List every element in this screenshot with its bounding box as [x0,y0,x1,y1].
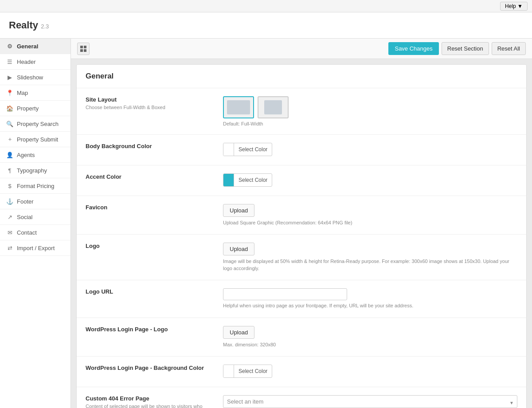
logo-upload-button[interactable]: Upload [223,243,254,255]
sidebar-item-property[interactable]: 🏠 Property [0,101,70,116]
header-buttons: Save Changes Reset Section Reset All [388,42,526,55]
svg-rect-3 [84,49,86,52]
sidebar-item-social[interactable]: ↗ Social [0,209,70,225]
body-bg-swatch [223,143,234,156]
gear-icon: ⚙ [6,43,13,50]
sidebar-label-property: Property [17,105,39,112]
setting-row-wp-login-bg: WordPress Login Page - Background Color … [77,357,526,387]
wp-login-bg-color-label: Select Color [234,365,272,377]
paragraph-icon: ¶ [6,167,13,174]
body-bg-color-button[interactable]: Select Color [223,143,272,156]
sidebar-label-agents: Agents [17,152,35,158]
layout-boxed[interactable] [258,96,289,118]
setting-row-site-layout: Site Layout Choose between Full-Width & … [77,88,526,135]
dollar-icon: $ [6,182,13,189]
grid-icon[interactable] [77,43,90,55]
top-bar: Help ▼ [0,0,532,12]
body-bg-label: Body Background Color [86,143,214,149]
logo-url-label: Logo URL [86,288,214,295]
custom-404-label: Custom 404 Error Page [86,395,214,402]
site-layout-label: Site Layout [86,96,214,103]
sidebar: ⚙ General ☰ Header ▶ Slideshow 📍 Map 🏠 P… [0,39,71,408]
save-changes-button[interactable]: Save Changes [388,42,438,55]
app-title: Realty 2.3 [9,20,49,31]
sidebar-item-map[interactable]: 📍 Map [0,85,70,101]
section-content: General Site Layout Choose between Full-… [76,64,527,408]
plus-icon: ＋ [6,136,13,143]
favicon-upload-button[interactable]: Upload [223,204,254,217]
setting-row-accent-color: Accent Color Select Color [77,165,526,196]
content-area: Save Changes Reset Section Reset All Gen… [71,39,532,408]
sidebar-label-map: Map [17,90,28,96]
svg-rect-2 [80,49,83,52]
svg-rect-1 [84,46,86,48]
logo-label: Logo [86,243,214,249]
sidebar-item-import-export[interactable]: ⇄ Import / Export [0,240,70,256]
anchor-icon: ⚓ [6,198,13,205]
user-icon: 👤 [6,151,13,158]
sidebar-item-property-search[interactable]: 🔍 Property Search [0,116,70,132]
sidebar-item-header[interactable]: ☰ Header [0,54,70,70]
favicon-label: Favicon [86,204,214,211]
setting-row-body-bg: Body Background Color Select Color [77,135,526,165]
sidebar-item-property-submit[interactable]: ＋ Property Submit [0,132,70,147]
sidebar-item-contact[interactable]: ✉ Contact [0,225,70,240]
accent-color-button[interactable]: Select Color [223,173,272,187]
layout-default-text: Default: Full-Width [223,121,517,126]
logo-url-desc: Helpful when using intro page as your fr… [223,302,517,309]
app-header: Realty 2.3 [0,12,532,39]
bars-icon: ☰ [6,58,13,65]
svg-rect-0 [80,46,83,48]
setting-row-wp-login-logo: WordPress Login Page - Logo Upload Max. … [77,318,526,357]
sidebar-item-typography[interactable]: ¶ Typography [0,163,70,178]
sidebar-label-general: General [17,43,38,50]
sidebar-label-property-search: Property Search [17,121,59,127]
body-bg-color-label: Select Color [234,143,272,156]
sidebar-label-header: Header [17,59,36,65]
accent-color-label: Accent Color [86,173,214,180]
favicon-desc: Upload Square Graphic (Recommendation: 6… [223,220,517,226]
main-layout: ⚙ General ☰ Header ▶ Slideshow 📍 Map 🏠 P… [0,39,532,408]
logo-url-input[interactable] [223,288,347,300]
import-icon: ⇄ [6,244,13,251]
sidebar-label-property-submit: Property Submit [17,136,58,143]
setting-row-favicon: Favicon Upload Upload Square Graphic (Re… [77,196,526,235]
app-version: 2.3 [41,23,49,30]
content-header: Save Changes Reset Section Reset All [71,39,532,59]
site-layout-desc: Choose between Full-Width & Boxed [86,104,214,111]
app-container: Realty 2.3 ⚙ General ☰ Header ▶ Slidesho… [0,12,532,408]
custom-404-select-wrapper: Select an item [223,395,517,408]
sidebar-label-contact: Contact [17,229,37,236]
help-button[interactable]: Help ▼ [500,2,528,11]
setting-row-custom-404: Custom 404 Error Page Content of selecte… [77,387,526,408]
wp-login-logo-upload-button[interactable]: Upload [223,326,254,339]
sidebar-label-footer: Footer [17,198,34,205]
sidebar-item-footer[interactable]: ⚓ Footer [0,194,70,209]
sidebar-item-general[interactable]: ⚙ General [0,39,70,54]
wp-login-logo-label: WordPress Login Page - Logo [86,326,214,333]
wp-login-bg-label: WordPress Login Page - Background Color [86,365,214,371]
reset-section-button[interactable]: Reset Section [442,42,489,55]
wp-login-bg-swatch [223,365,234,377]
sidebar-item-slideshow[interactable]: ▶ Slideshow [0,70,70,85]
reset-all-button[interactable]: Reset All [492,42,526,55]
sidebar-label-social: Social [17,214,32,220]
layout-fullwidth[interactable] [223,96,254,118]
sidebar-label-slideshow: Slideshow [17,74,43,81]
sidebar-label-typography: Typography [17,167,47,174]
sidebar-label-import-export: Import / Export [17,245,55,251]
wp-login-bg-button[interactable]: Select Color [223,365,272,378]
setting-row-logo: Logo Upload Image will be displayed at 5… [77,235,526,280]
layout-options [223,96,517,118]
logo-desc: Image will be displayed at 50% width & h… [223,258,517,272]
sidebar-item-agents[interactable]: 👤 Agents [0,147,70,163]
wp-login-logo-desc: Max. dimension: 320x80 [223,341,517,348]
accent-color-swatch [223,174,234,186]
search-icon: 🔍 [6,120,13,127]
site-layout-control: Default: Full-Width [223,96,517,126]
custom-404-select[interactable]: Select an item [223,395,517,408]
sidebar-item-format-pricing[interactable]: $ Format Pricing [0,178,70,194]
section-title: General [77,65,526,88]
sidebar-label-format-pricing: Format Pricing [17,183,55,189]
custom-404-desc: Content of selected page will be shown t… [86,403,214,408]
